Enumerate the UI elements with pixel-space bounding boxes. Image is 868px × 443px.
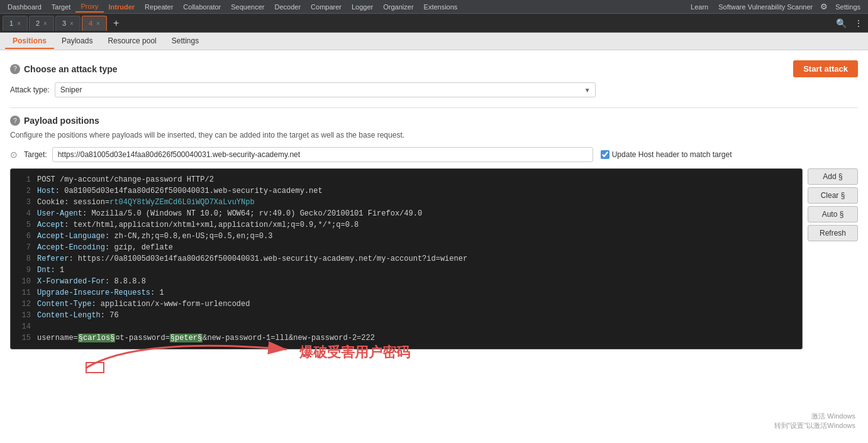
- target-input[interactable]: [52, 147, 593, 162]
- tab-1[interactable]: 1 ×: [3, 16, 28, 31]
- line-number-12: 12: [16, 298, 31, 310]
- code-line-6: Accept-Language: zh-CN,zh;q=0.8,en-US;q=…: [37, 231, 272, 242]
- auto-button[interactable]: Auto §: [808, 206, 858, 222]
- payload-positions-help-icon[interactable]: ?: [10, 116, 20, 126]
- request-line-12: 12 Content-Type: application/x-www-form-…: [16, 298, 797, 310]
- nav-target[interactable]: Target: [47, 2, 76, 12]
- code-line-10: X-Forwarded-For: 8.8.8.8: [37, 276, 146, 287]
- nav-repeater[interactable]: Repeater: [140, 2, 178, 12]
- line-number-7: 7: [16, 242, 31, 253]
- nav-dashboard[interactable]: Dashboard: [3, 2, 47, 12]
- clear-button[interactable]: Clear §: [808, 187, 858, 204]
- nav-collaborator[interactable]: Collaborator: [178, 2, 226, 12]
- nav-learn[interactable]: Learn: [686, 2, 713, 12]
- tab-3-close[interactable]: ×: [70, 20, 74, 27]
- line-number-13: 13: [16, 310, 31, 321]
- request-editor[interactable]: 1 POST /my-account/change-password HTTP/…: [10, 168, 803, 349]
- subtab-resource-pool[interactable]: Resource pool: [100, 34, 164, 49]
- tab-4[interactable]: 4 ×: [82, 16, 107, 31]
- nav-decoder[interactable]: Decoder: [270, 2, 306, 12]
- request-line-9: 9 Dnt: 1: [16, 265, 797, 276]
- add-button[interactable]: Add §: [808, 168, 858, 185]
- nav-proxy[interactable]: Proxy: [75, 1, 103, 13]
- line-number-4: 4: [16, 208, 31, 219]
- tab-1-close[interactable]: ×: [17, 20, 21, 27]
- payload-highlight-box: [86, 362, 104, 373]
- sidebar-buttons: Add § Clear § Auto § Refresh: [808, 168, 858, 349]
- request-line-4: 4 User-Agent: Mozilla/5.0 (Windows NT 10…: [16, 208, 797, 219]
- tab-search-icon[interactable]: 🔍: [831, 18, 852, 28]
- request-line-3: 3 Cookie: session=rt04QY8tWyZEmCd6L0iWQD…: [16, 197, 797, 208]
- attack-type-select[interactable]: Sniper Battering ram Pitchfork Cluster b…: [55, 82, 596, 97]
- request-line-1: 1 POST /my-account/change-password HTTP/…: [16, 174, 797, 185]
- subtab-payloads[interactable]: Payloads: [54, 34, 100, 49]
- annotation-area: 爆破受害用户密码: [35, 331, 858, 393]
- target-label: Target:: [24, 150, 47, 159]
- request-line-7: 7 Accept-Encoding: gzip, deflate: [16, 242, 797, 253]
- chinese-annotation: 爆破受害用户密码: [299, 343, 410, 362]
- tab-4-close[interactable]: ×: [96, 20, 100, 27]
- code-line-12: Content-Type: application/x-www-form-url…: [37, 298, 250, 310]
- line-number-5: 5: [16, 219, 31, 231]
- code-line-5: Accept: text/html,application/xhtml+xml,…: [37, 219, 359, 231]
- top-navbar: Dashboard Target Proxy Intruder Repeater…: [0, 0, 868, 14]
- update-host-label: Update Host header to match target: [612, 150, 732, 159]
- code-line-9: Dnt: 1: [37, 265, 64, 276]
- nav-logger[interactable]: Logger: [347, 2, 378, 12]
- request-line-5: 5 Accept: text/html,application/xhtml+xm…: [16, 219, 797, 231]
- nav-sequencer[interactable]: Sequencer: [226, 2, 269, 12]
- code-line-1: POST /my-account/change-password HTTP/2: [37, 174, 214, 185]
- update-host-checkbox[interactable]: [601, 150, 609, 159]
- code-line-8: Referer: https://0a81005d03e14faa80d626f…: [37, 253, 467, 265]
- line-number-2: 2: [16, 185, 31, 197]
- tab-3[interactable]: 3 ×: [55, 16, 81, 31]
- line-number-6: 6: [16, 231, 31, 242]
- arrow-annotation: [73, 331, 325, 381]
- settings-icon[interactable]: ⚙: [818, 2, 830, 11]
- nav-svs[interactable]: Software Vulnerability Scanner: [713, 2, 818, 12]
- request-line-8: 8 Referer: https://0a81005d03e14faa80d62…: [16, 253, 797, 265]
- line-number-15: 15: [16, 332, 31, 344]
- nav-extensions[interactable]: Extensions: [419, 2, 463, 12]
- subtab-positions[interactable]: Positions: [5, 34, 54, 49]
- choose-attack-help-icon[interactable]: ?: [10, 64, 20, 74]
- code-line-11: Upgrade-Insecure-Requests: 1: [37, 287, 164, 298]
- main-content: ? Choose an attack type Start attack Att…: [0, 50, 868, 443]
- request-area-wrapper: 1 POST /my-account/change-password HTTP/…: [10, 168, 858, 349]
- tab-2-close[interactable]: ×: [43, 20, 47, 27]
- target-row: ⊙ Target: Update Host header to match ta…: [10, 147, 858, 162]
- nav-intruder[interactable]: Intruder: [104, 2, 140, 12]
- attack-type-select-wrapper: Sniper Battering ram Pitchfork Cluster b…: [55, 82, 596, 97]
- tab-add-button[interactable]: +: [108, 18, 124, 29]
- sub-tab-bar: Positions Payloads Resource pool Setting…: [0, 33, 868, 50]
- nav-comparer[interactable]: Comparer: [306, 2, 347, 12]
- attack-type-row: Attack type: Sniper Battering ram Pitchf…: [10, 82, 858, 97]
- section-divider-1: [10, 107, 858, 108]
- attack-type-label: Attack type:: [10, 85, 50, 94]
- subtab-settings[interactable]: Settings: [164, 34, 206, 49]
- line-number-10: 10: [16, 276, 31, 287]
- line-number-11: 11: [16, 287, 31, 298]
- tab-2[interactable]: 2 ×: [29, 16, 54, 31]
- line-number-9: 9: [16, 265, 31, 276]
- request-line-13: 13 Content-Length: 76: [16, 310, 797, 321]
- update-host-row: Update Host header to match target: [601, 150, 732, 159]
- payload-positions-section-header: ? Payload positions: [10, 116, 858, 126]
- payload-positions-desc: Configure the positions where payloads w…: [10, 131, 858, 139]
- code-line-13: Content-Length: 76: [37, 310, 119, 321]
- start-attack-button[interactable]: Start attack: [793, 60, 858, 77]
- refresh-button[interactable]: Refresh: [808, 225, 858, 241]
- code-line-7: Accept-Encoding: gzip, deflate: [37, 242, 173, 253]
- target-icon: ⊙: [10, 150, 20, 160]
- nav-settings[interactable]: Settings: [830, 2, 865, 12]
- code-line-4: User-Agent: Mozilla/5.0 (Windows NT 10.0…: [37, 208, 422, 219]
- payload-positions-title: Payload positions: [24, 116, 99, 126]
- nav-organizer[interactable]: Organizer: [378, 2, 418, 12]
- line-number-8: 8: [16, 253, 31, 265]
- line-number-1: 1: [16, 174, 31, 185]
- request-line-2: 2 Host: 0a81005d03e14faa80d626f500040031…: [16, 185, 797, 197]
- tab-menu-icon[interactable]: ⋮: [852, 18, 865, 28]
- request-line-11: 11 Upgrade-Insecure-Requests: 1: [16, 287, 797, 298]
- choose-attack-title: Choose an attack type: [24, 64, 118, 74]
- request-line-10: 10 X-Forwarded-For: 8.8.8.8: [16, 276, 797, 287]
